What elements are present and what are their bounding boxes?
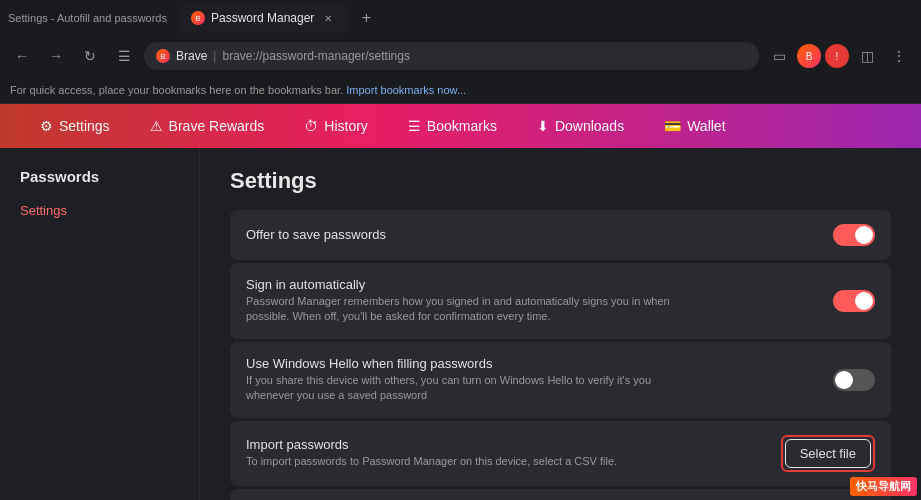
back-button[interactable]: ←	[8, 42, 36, 70]
content-area: Settings Offer to save passwords Sign in…	[200, 148, 921, 500]
select-file-wrapper: Select file	[781, 435, 875, 472]
sidebar-title: Passwords	[0, 168, 199, 197]
nav-downloads-label: Downloads	[555, 118, 624, 134]
nav-settings-label: Settings	[59, 118, 110, 134]
windows-hello-label: Use Windows Hello when filling passwords	[246, 356, 833, 371]
nav-item-settings[interactable]: ⚙ Settings	[20, 104, 130, 148]
setting-info-import: Import passwords To import passwords to …	[246, 437, 781, 469]
toggle-knob-signin	[855, 292, 873, 310]
menu-icon[interactable]: ⋮	[885, 42, 913, 70]
nav-history-label: History	[324, 118, 368, 134]
setting-row-windows-hello: Use Windows Hello when filling passwords…	[230, 342, 891, 418]
main-layout: Passwords Settings Settings Offer to sav…	[0, 148, 921, 500]
settings-icon: ⚙	[40, 118, 53, 134]
setting-row-add-shortcut[interactable]: Add shortcut To get here quicker, add a …	[230, 489, 891, 500]
setting-row-sign-in-auto: Sign in automatically Password Manager r…	[230, 263, 891, 339]
nav-menu: ⚙ Settings ⚠ Brave Rewards ⏱ History ☰ B…	[0, 104, 921, 148]
tab-close-button[interactable]: ✕	[320, 10, 336, 26]
windows-hello-desc: If you share this device with others, yo…	[246, 373, 696, 404]
nav-item-bookmarks[interactable]: ☰ Bookmarks	[388, 104, 517, 148]
sidebar-item-settings[interactable]: Settings	[0, 197, 199, 224]
tab-favicon-icon: B	[191, 11, 205, 25]
nav-wallet-label: Wallet	[687, 118, 725, 134]
new-tab-button[interactable]: +	[352, 4, 380, 32]
address-host: Brave	[176, 49, 207, 63]
toolbar-icons: ▭ B ! ◫ ⋮	[765, 42, 913, 70]
addressbar: ← → ↻ ☰ B Brave | brave://password-manag…	[0, 36, 921, 76]
page-title: Settings	[230, 168, 891, 194]
windows-hello-toggle[interactable]	[833, 369, 875, 391]
select-file-button[interactable]: Select file	[785, 439, 871, 468]
watermark: 快马导航网	[850, 477, 917, 496]
sign-in-label: Sign in automatically	[246, 277, 833, 292]
address-path: brave://password-manager/settings	[222, 49, 409, 63]
wallet-icon: 💳	[664, 118, 681, 134]
setting-row-offer-save: Offer to save passwords	[230, 210, 891, 260]
setting-row-import-passwords: Import passwords To import passwords to …	[230, 421, 891, 486]
cast-icon[interactable]: ▭	[765, 42, 793, 70]
setting-info-windows-hello: Use Windows Hello when filling passwords…	[246, 356, 833, 404]
import-passwords-label: Import passwords	[246, 437, 781, 452]
sidebar: Passwords Settings	[0, 148, 200, 500]
import-bookmarks-link[interactable]: Import bookmarks now...	[346, 84, 466, 96]
setting-info-sign-in: Sign in automatically Password Manager r…	[246, 277, 833, 325]
address-separator: |	[213, 49, 216, 63]
bookmark-button[interactable]: ☰	[110, 42, 138, 70]
nav-rewards-label: Brave Rewards	[169, 118, 265, 134]
offer-save-toggle[interactable]	[833, 224, 875, 246]
nav-item-brave-rewards[interactable]: ⚠ Brave Rewards	[130, 104, 285, 148]
toggle-knob	[855, 226, 873, 244]
bookmarks-hint-text: For quick access, place your bookmarks h…	[10, 84, 343, 96]
brave-lion-icon[interactable]: B	[797, 44, 821, 68]
brave-shield-icon: B	[156, 49, 170, 63]
reload-button[interactable]: ↻	[76, 42, 104, 70]
offer-save-label: Offer to save passwords	[246, 227, 833, 242]
history-icon: ⏱	[304, 118, 318, 134]
forward-button[interactable]: →	[42, 42, 70, 70]
nav-item-downloads[interactable]: ⬇ Downloads	[517, 104, 644, 148]
titlebar: Settings - Autofill and passwords B Pass…	[0, 0, 921, 36]
active-tab-label: Password Manager	[211, 11, 314, 25]
rewards-warning-icon: ⚠	[150, 118, 163, 134]
sign-in-toggle[interactable]	[833, 290, 875, 312]
address-input[interactable]: B Brave | brave://password-manager/setti…	[144, 42, 759, 70]
nav-item-wallet[interactable]: 💳 Wallet	[644, 104, 745, 148]
setting-info-offer-save: Offer to save passwords	[246, 227, 833, 244]
import-passwords-desc: To import passwords to Password Manager …	[246, 454, 696, 469]
nav-item-history[interactable]: ⏱ History	[284, 104, 388, 148]
toggle-knob-hello	[835, 371, 853, 389]
downloads-icon: ⬇	[537, 118, 549, 134]
bookmarks-icon: ☰	[408, 118, 421, 134]
bookmarks-bar: For quick access, place your bookmarks h…	[0, 76, 921, 104]
alert-notification-icon[interactable]: !	[825, 44, 849, 68]
inactive-tab-text: Settings - Autofill and passwords	[8, 12, 167, 24]
extensions-icon[interactable]: ◫	[853, 42, 881, 70]
active-tab[interactable]: B Password Manager ✕	[179, 3, 348, 33]
nav-bookmarks-label: Bookmarks	[427, 118, 497, 134]
sign-in-desc: Password Manager remembers how you signe…	[246, 294, 696, 325]
